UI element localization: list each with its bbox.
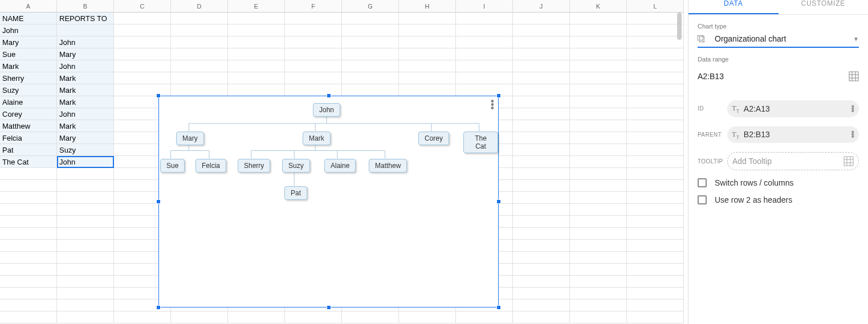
cell[interactable]: [399, 24, 456, 36]
cell[interactable]: [513, 204, 570, 216]
use-row-headers-checkbox[interactable]: [698, 195, 707, 204]
cell[interactable]: [627, 180, 684, 192]
cell[interactable]: [513, 144, 570, 156]
cell[interactable]: [342, 13, 399, 24]
cell[interactable]: [513, 252, 570, 264]
cell[interactable]: [570, 311, 627, 323]
cell[interactable]: [627, 13, 684, 24]
cell[interactable]: [570, 24, 627, 36]
cell[interactable]: [171, 13, 228, 24]
cell[interactable]: [627, 240, 684, 252]
cell[interactable]: [570, 84, 627, 96]
cell[interactable]: [513, 216, 570, 228]
cell[interactable]: [171, 24, 228, 36]
cell[interactable]: [342, 60, 399, 72]
select-range-icon[interactable]: [849, 71, 859, 81]
cell[interactable]: [57, 288, 114, 300]
cell[interactable]: John: [57, 156, 114, 168]
cell[interactable]: [570, 240, 627, 252]
cell[interactable]: [228, 24, 285, 36]
cell[interactable]: [513, 311, 570, 323]
cell[interactable]: [570, 168, 627, 180]
tooltip-field[interactable]: Add Tooltip: [727, 152, 859, 170]
cell[interactable]: [228, 84, 285, 96]
tab-customize[interactable]: CUSTOMIZE: [779, 0, 869, 14]
cell[interactable]: [171, 84, 228, 96]
cell[interactable]: [57, 180, 114, 192]
col-hdr-d[interactable]: D: [171, 0, 228, 13]
cell[interactable]: [57, 240, 114, 252]
cell[interactable]: [114, 311, 171, 323]
cell[interactable]: [570, 36, 627, 48]
cell[interactable]: [570, 120, 627, 132]
cell[interactable]: [570, 276, 627, 288]
cell[interactable]: [513, 288, 570, 300]
col-hdr-b[interactable]: B: [57, 0, 114, 13]
cell[interactable]: [627, 60, 684, 72]
cell[interactable]: Mark: [0, 60, 57, 72]
cell[interactable]: [228, 311, 285, 323]
cell[interactable]: [627, 48, 684, 60]
cell[interactable]: [399, 311, 456, 323]
cell[interactable]: [627, 84, 684, 96]
col-hdr-e[interactable]: E: [228, 0, 285, 13]
cell[interactable]: [513, 36, 570, 48]
cell[interactable]: [570, 228, 627, 240]
cell[interactable]: [285, 13, 342, 24]
cell[interactable]: [627, 252, 684, 264]
cell[interactable]: Pat: [0, 144, 57, 156]
id-menu-button[interactable]: •••: [851, 105, 854, 112]
cell[interactable]: [627, 156, 684, 168]
org-node[interactable]: Suzy: [282, 159, 310, 173]
org-node[interactable]: The Cat: [463, 132, 498, 153]
cell[interactable]: [513, 48, 570, 60]
cell[interactable]: [57, 204, 114, 216]
cell[interactable]: [114, 84, 171, 96]
cell[interactable]: Mark: [57, 72, 114, 84]
cell[interactable]: [171, 36, 228, 48]
cell[interactable]: [228, 60, 285, 72]
cell[interactable]: [570, 132, 627, 144]
sheet-scrollbar[interactable]: [677, 13, 683, 320]
org-node[interactable]: Sue: [160, 159, 185, 173]
cell[interactable]: [570, 96, 627, 108]
cell[interactable]: [513, 264, 570, 276]
cell[interactable]: [399, 60, 456, 72]
cell[interactable]: [627, 24, 684, 36]
org-node[interactable]: Mark: [303, 132, 331, 145]
cell[interactable]: [570, 144, 627, 156]
cell[interactable]: [627, 108, 684, 120]
cell[interactable]: [570, 156, 627, 168]
cell[interactable]: [399, 72, 456, 84]
cell[interactable]: [570, 60, 627, 72]
cell[interactable]: [627, 216, 684, 228]
cell[interactable]: [513, 228, 570, 240]
cell[interactable]: [627, 144, 684, 156]
cell[interactable]: REPORTS TO: [57, 13, 114, 24]
cell[interactable]: [570, 204, 627, 216]
cell[interactable]: [456, 84, 513, 96]
cell[interactable]: John: [57, 60, 114, 72]
cell[interactable]: [0, 288, 57, 300]
cell[interactable]: [114, 24, 171, 36]
org-node[interactable]: Pat: [284, 186, 307, 200]
cell[interactable]: Alaine: [0, 96, 57, 108]
cell[interactable]: [342, 24, 399, 36]
cell[interactable]: [513, 108, 570, 120]
cell[interactable]: [399, 13, 456, 24]
cell[interactable]: [570, 192, 627, 204]
cell[interactable]: [285, 84, 342, 96]
cell[interactable]: [627, 132, 684, 144]
cell[interactable]: John: [57, 36, 114, 48]
cell[interactable]: [285, 72, 342, 84]
cell[interactable]: [171, 311, 228, 323]
cell[interactable]: [456, 36, 513, 48]
cell[interactable]: [456, 24, 513, 36]
cell[interactable]: [570, 13, 627, 24]
cell[interactable]: [0, 180, 57, 192]
cell[interactable]: [0, 204, 57, 216]
org-node[interactable]: Sherry: [238, 159, 270, 173]
id-field[interactable]: TT A2:A13 •••: [727, 100, 859, 117]
cell[interactable]: [513, 132, 570, 144]
cell[interactable]: [171, 72, 228, 84]
